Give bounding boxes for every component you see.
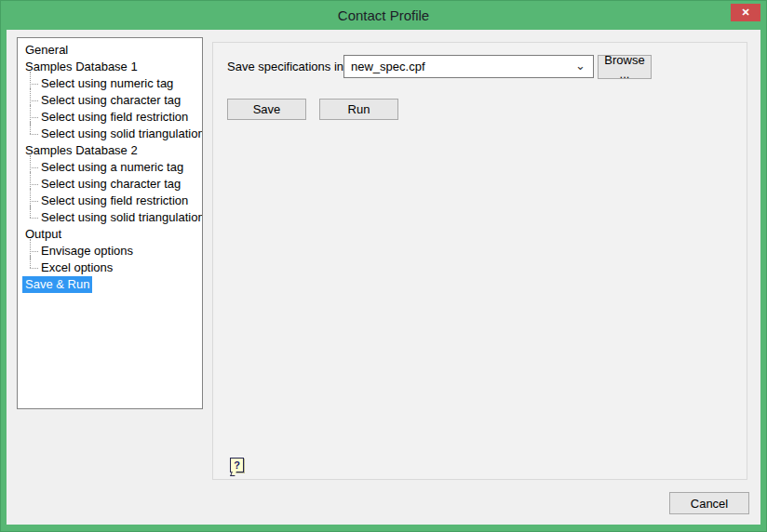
titlebar[interactable]: Contact Profile — [0, 0, 767, 30]
window-title: Contact Profile — [338, 7, 429, 23]
help-icon[interactable]: ? — [230, 458, 244, 472]
cancel-button[interactable]: Cancel — [669, 492, 749, 514]
spec-filename-combobox[interactable]: new_spec.cpf ⌄ — [343, 55, 594, 78]
tree-item-db2-select-field-restriction[interactable]: Select using field restriction — [18, 193, 202, 209]
chevron-down-icon[interactable]: ⌄ — [575, 56, 585, 77]
tree-item-samples-database-2[interactable]: Samples Database 2 — [18, 142, 202, 159]
tree-item-db2-select-character-tag[interactable]: Select using character tag — [18, 176, 202, 193]
dialog-body: General Samples Database 1 Select using … — [7, 30, 760, 525]
save-run-page: Save specifications into new_spec.cpf ⌄ … — [212, 42, 747, 480]
browse-button[interactable]: Browse ... — [598, 55, 652, 79]
tree-item-db2-select-solid-triangulation[interactable]: Select using solid triangulation — [18, 209, 202, 226]
tree-item-samples-database-1[interactable]: Samples Database 1 — [18, 59, 202, 75]
spec-filename-value: new_spec.cpf — [351, 60, 425, 73]
tree-item-db1-select-field-restriction[interactable]: Select using field restriction — [18, 109, 202, 126]
tree-item-db1-select-numeric-tag[interactable]: Select using numeric tag — [18, 75, 202, 92]
tree-item-envisage-options[interactable]: Envisage options — [18, 243, 202, 259]
tree-item-db1-select-character-tag[interactable]: Select using character tag — [18, 92, 202, 109]
tree-item-excel-options[interactable]: Excel options — [18, 259, 202, 276]
tree-item-general[interactable]: General — [18, 42, 202, 59]
settings-tree: General Samples Database 1 Select using … — [17, 37, 203, 409]
close-button[interactable]: ✕ — [731, 4, 760, 21]
tree-item-save-and-run[interactable]: Save & Run — [18, 276, 202, 293]
save-button[interactable]: Save — [227, 99, 306, 120]
tree-item-output[interactable]: Output — [18, 226, 202, 243]
tree-item-db1-select-solid-triangulation[interactable]: Select using solid triangulation — [18, 126, 202, 142]
run-button[interactable]: Run — [319, 99, 398, 120]
close-icon: ✕ — [741, 7, 749, 19]
contact-profile-dialog: Contact Profile ✕ General Samples Databa… — [0, 0, 767, 532]
save-specifications-label: Save specifications into — [227, 55, 354, 78]
tree-item-db2-select-a-numeric-tag[interactable]: Select using a numeric tag — [18, 159, 202, 176]
